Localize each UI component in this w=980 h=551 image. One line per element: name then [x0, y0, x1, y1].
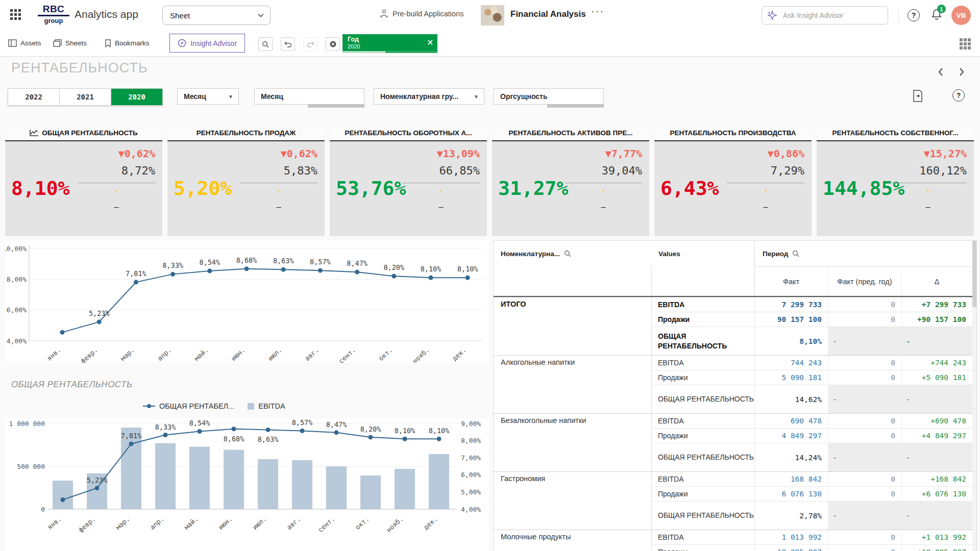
org-listbox[interactable]: Оргсущность — [494, 88, 604, 105]
x-axis-label[interactable]: окт. — [354, 515, 371, 531]
fact-prev-year-cell[interactable]: 0 — [828, 356, 901, 370]
year-button-2022[interactable]: 2022 — [8, 89, 60, 105]
legend-item-ebitda[interactable]: EBITDA — [248, 402, 285, 410]
user-avatar[interactable]: VB — [951, 6, 971, 25]
dimension-cell[interactable]: Гастрономия — [494, 472, 651, 530]
sheet-selector-dropdown[interactable]: Sheet — [162, 6, 271, 25]
dimension-cell[interactable]: Молочные продукты — [494, 530, 651, 551]
x-axis-label[interactable]: янв. — [45, 346, 62, 362]
data-point[interactable] — [134, 280, 138, 285]
fact-cell[interactable]: 2,78% — [754, 502, 828, 530]
x-axis-label[interactable]: июл. — [251, 515, 268, 531]
fact-prev-year-cell[interactable]: 0 — [828, 312, 901, 327]
metric-cell[interactable]: ОБЩАЯ РЕНТАБЕЛЬНОСТЬ — [651, 502, 754, 530]
combo-chart[interactable]: 1 000 000500 00009,00%8,00%7,00%6,00%5,0… — [5, 418, 489, 551]
fact-cell[interactable]: 5 090 181 — [754, 370, 828, 385]
ebitda-bar[interactable] — [258, 459, 278, 509]
x-axis-label[interactable]: янв. — [46, 515, 63, 531]
fact-cell[interactable]: 14,62% — [754, 385, 828, 413]
x-axis-label[interactable]: мар. — [119, 346, 136, 362]
x-axis-label[interactable]: июл. — [266, 346, 283, 362]
table-subheader-fact[interactable]: Факт — [754, 266, 828, 296]
ebitda-bar[interactable] — [292, 460, 312, 509]
ebitda-bar[interactable] — [395, 469, 415, 509]
data-point[interactable] — [60, 330, 65, 335]
dimension-cell[interactable]: Алкогольные напитки — [494, 356, 651, 413]
ask-insight-input[interactable] — [782, 11, 876, 20]
fact-cell[interactable]: 744 243 — [754, 356, 828, 370]
data-point[interactable] — [266, 428, 271, 432]
data-point[interactable] — [232, 427, 236, 431]
ebitda-bar[interactable] — [121, 428, 141, 509]
fact-prev-year-cell[interactable]: 0 — [828, 472, 901, 486]
help-button[interactable]: ? — [908, 9, 920, 21]
table-header-dimension[interactable]: Номенклатурна... — [501, 241, 571, 266]
insight-advisor-button[interactable]: Insight Advisor — [169, 34, 245, 53]
x-axis-label[interactable]: авг. — [303, 346, 320, 362]
metric-cell[interactable]: ОБЩАЯ РЕНТАБЕЛЬНОСТЬ — [651, 443, 754, 471]
metric-cell[interactable]: EBITDA — [651, 356, 754, 370]
fact-cell[interactable]: 168 842 — [754, 472, 828, 486]
kpi-card[interactable]: РЕНТАБЕЛЬНОСТЬ ОБОРОТНЫХ А... 53,76% ▼13… — [330, 125, 487, 236]
fact-cell[interactable]: 10 085 007 — [754, 545, 828, 551]
x-axis-label[interactable]: сент. — [316, 515, 336, 534]
next-sheet-chevron[interactable] — [955, 66, 967, 78]
delta-cell[interactable]: +690 478 — [901, 414, 972, 428]
data-point[interactable] — [198, 429, 202, 434]
prev-sheet-chevron[interactable] — [936, 66, 947, 78]
dimension-cell[interactable]: Безалкогольные напитки — [494, 414, 651, 471]
data-point[interactable] — [244, 266, 249, 271]
fact-cell[interactable]: 4 849 297 — [754, 429, 828, 443]
line-chart-panel[interactable]: 10,00%8,00%6,00%4,00%янв.5,23%февр.7,81%… — [5, 240, 489, 363]
metric-cell[interactable]: EBITDA — [651, 297, 754, 312]
x-axis-label[interactable]: апр. — [156, 346, 173, 362]
table-subheader-fact-prev[interactable]: Факт (пред. год) — [828, 266, 901, 296]
x-axis-label[interactable]: авг. — [285, 515, 302, 531]
ebitda-bar[interactable] — [189, 447, 210, 509]
listbox-scrollbar[interactable] — [308, 104, 364, 108]
redo-selection-button[interactable] — [303, 37, 317, 51]
notifications-button[interactable]: 1 — [931, 8, 942, 20]
data-point[interactable] — [403, 437, 407, 441]
fact-prev-year-cell[interactable]: 0 — [828, 545, 901, 551]
x-axis-label[interactable]: май. — [193, 346, 210, 362]
fact-cell[interactable]: 90 157 100 — [754, 312, 828, 327]
fact-prev-year-cell[interactable]: - — [828, 327, 901, 355]
fact-cell[interactable]: 8,10% — [754, 327, 828, 355]
delta-cell[interactable]: +10 085 007 — [901, 545, 972, 551]
year-button-2020[interactable]: 2020 — [111, 89, 162, 105]
metric-cell[interactable]: ОБЩАЯ РЕНТАБЕЛЬНОСТЬ — [651, 385, 754, 413]
legend-item-line[interactable]: ОБЩАЯ РЕНТАБЕЛ... — [143, 402, 234, 410]
more-menu-button[interactable]: ··· — [591, 5, 604, 17]
data-point[interactable] — [95, 486, 100, 490]
fact-cell[interactable]: 6 076 130 — [754, 487, 828, 501]
x-axis-label[interactable]: июн. — [230, 346, 247, 362]
kpi-card[interactable]: РЕНТАБЕЛЬНОСТЬ ПРОДАЖ 5,20% ▼0,62% 5,83%… — [167, 125, 325, 236]
selection-chip-year[interactable]: Год 2020 — [342, 34, 437, 53]
data-point[interactable] — [129, 441, 134, 446]
sheet-help-button[interactable]: ? — [952, 89, 965, 102]
metric-cell[interactable]: ОБЩАЯ РЕНТАБЕЛЬНОСТЬ — [651, 327, 754, 355]
fact-prev-year-cell[interactable]: 0 — [828, 414, 901, 428]
kpi-card[interactable]: РЕНТАБЕЛЬНОСТЬ СОБСТВЕННОГ... 144,85% ▼1… — [817, 125, 974, 236]
table-scrollbar-track[interactable] — [972, 241, 976, 551]
tab-sheets[interactable]: Sheets — [53, 31, 87, 56]
fact-prev-year-cell[interactable]: 0 — [828, 429, 901, 443]
data-point[interactable] — [97, 319, 102, 324]
fact-prev-year-cell[interactable]: - — [828, 385, 901, 413]
nomenclature-dropdown[interactable]: Номенклатурная гру...▼ — [374, 88, 484, 105]
delta-cell[interactable]: - — [901, 443, 972, 471]
data-point[interactable] — [465, 276, 470, 280]
delta-cell[interactable]: +1 013 992 — [901, 530, 972, 544]
x-axis-label[interactable]: дек. — [422, 515, 439, 531]
metric-cell[interactable]: Продажи — [651, 487, 754, 501]
metric-cell[interactable]: Продажи — [651, 545, 754, 551]
data-point[interactable] — [369, 435, 373, 439]
x-axis-label[interactable]: нояб. — [385, 515, 405, 534]
dimension-cell[interactable]: ИТОГО — [494, 297, 651, 355]
data-point[interactable] — [207, 269, 212, 273]
fact-cell[interactable]: 1 013 992 — [754, 530, 828, 544]
app-launcher-icon[interactable] — [10, 9, 21, 20]
ebitda-bar[interactable] — [224, 450, 244, 509]
fact-prev-year-cell[interactable]: 0 — [828, 370, 901, 385]
